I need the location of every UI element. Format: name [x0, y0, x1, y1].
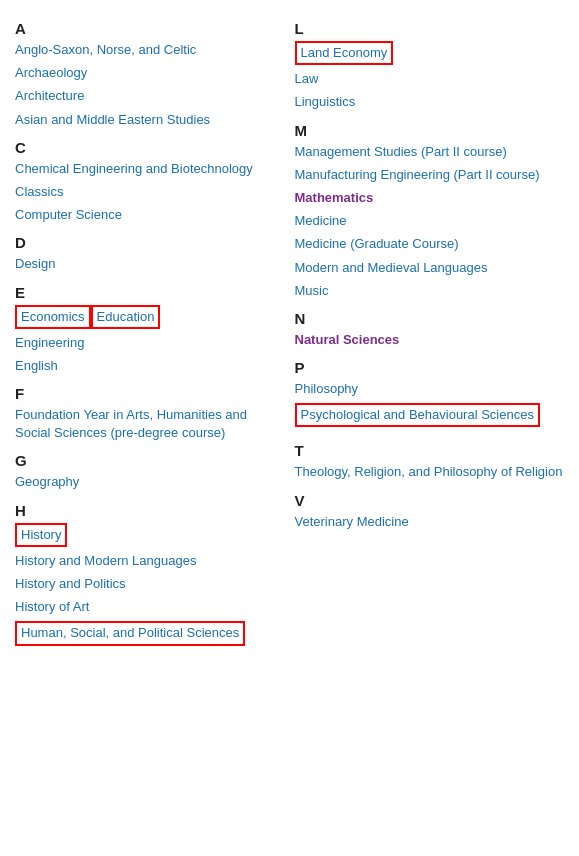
section-letter-N: N	[295, 310, 565, 327]
course-link[interactable]: Manufacturing Engineering (Part II cours…	[295, 166, 565, 184]
right-column: LLand EconomyLawLinguisticsMManagement S…	[290, 10, 570, 651]
course-link[interactable]: Modern and Medieval Languages	[295, 259, 565, 277]
section-letter-M: M	[295, 122, 565, 139]
course-link[interactable]: Veterinary Medicine	[295, 513, 565, 531]
course-link[interactable]: Philosophy	[295, 380, 565, 398]
course-link[interactable]: History of Art	[15, 598, 285, 616]
course-link[interactable]: Economics	[15, 305, 91, 329]
left-column: AAnglo-Saxon, Norse, and CelticArchaeolo…	[10, 10, 290, 651]
course-link[interactable]: Engineering	[15, 334, 285, 352]
course-link[interactable]: History and Politics	[15, 575, 285, 593]
section-letter-F: F	[15, 385, 285, 402]
course-link[interactable]: Management Studies (Part II course)	[295, 143, 565, 161]
course-link[interactable]: Music	[295, 282, 565, 300]
course-link[interactable]: Anglo-Saxon, Norse, and Celtic	[15, 41, 285, 59]
course-link[interactable]: Classics	[15, 183, 285, 201]
course-link[interactable]: Geography	[15, 473, 285, 491]
course-link[interactable]: Foundation Year in Arts, Humanities and …	[15, 406, 285, 442]
course-link[interactable]: Architecture	[15, 87, 285, 105]
section-letter-T: T	[295, 442, 565, 459]
course-link[interactable]: Design	[15, 255, 285, 273]
section-letter-L: L	[295, 20, 565, 37]
course-link[interactable]: English	[15, 357, 285, 375]
course-link[interactable]: Asian and Middle Eastern Studies	[15, 111, 285, 129]
course-link[interactable]: Mathematics	[295, 189, 565, 207]
course-link[interactable]: Archaeology	[15, 64, 285, 82]
section-letter-G: G	[15, 452, 285, 469]
course-link[interactable]: Law	[295, 70, 565, 88]
section-letter-H: H	[15, 502, 285, 519]
section-letter-E: E	[15, 284, 285, 301]
course-link[interactable]: History	[15, 523, 67, 547]
section-letter-P: P	[295, 359, 565, 376]
course-link[interactable]: Human, Social, and Political Sciences	[15, 621, 245, 645]
course-link[interactable]: Computer Science	[15, 206, 285, 224]
course-link[interactable]: Chemical Engineering and Biotechnology	[15, 160, 285, 178]
course-link[interactable]: History and Modern Languages	[15, 552, 285, 570]
course-link[interactable]: Land Economy	[295, 41, 394, 65]
course-link[interactable]: Theology, Religion, and Philosophy of Re…	[295, 463, 565, 481]
section-letter-A: A	[15, 20, 285, 37]
course-link[interactable]: Linguistics	[295, 93, 565, 111]
course-link[interactable]: Psychological and Behavioural Sciences	[295, 403, 540, 427]
course-link[interactable]: Education	[91, 305, 161, 329]
section-letter-C: C	[15, 139, 285, 156]
section-letter-V: V	[295, 492, 565, 509]
course-link[interactable]: Natural Sciences	[295, 331, 565, 349]
section-letter-D: D	[15, 234, 285, 251]
course-link[interactable]: Medicine (Graduate Course)	[295, 235, 565, 253]
course-link[interactable]: Medicine	[295, 212, 565, 230]
